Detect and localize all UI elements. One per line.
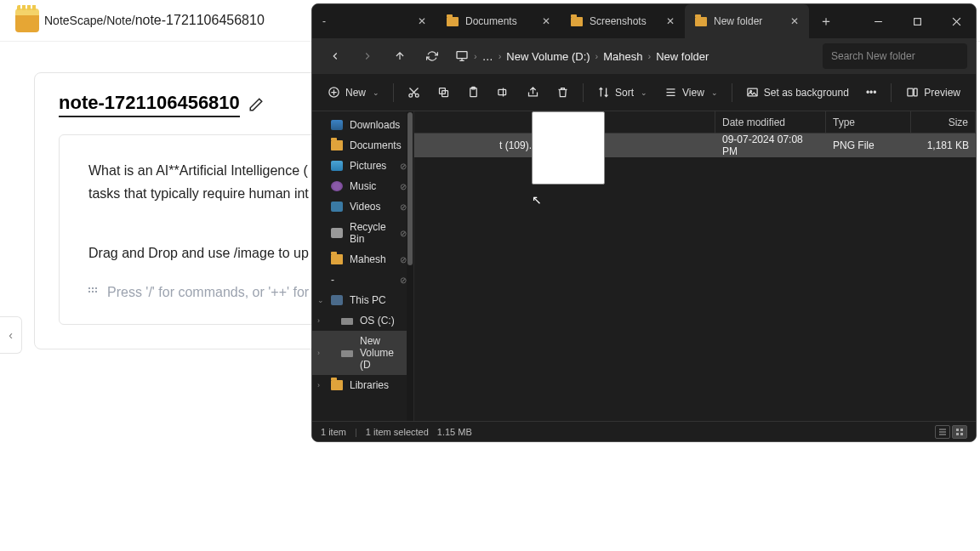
back-button[interactable] bbox=[321, 43, 350, 69]
sidebar-item-label: Pictures bbox=[350, 160, 386, 172]
pin-icon[interactable]: ⊘ bbox=[400, 276, 407, 285]
close-icon[interactable]: ✕ bbox=[666, 15, 675, 27]
folder-icon bbox=[571, 17, 583, 26]
cut-button[interactable] bbox=[401, 80, 427, 105]
svg-rect-32 bbox=[956, 433, 959, 435]
sidebar-item-documents[interactable]: Documents⊘ bbox=[312, 135, 413, 156]
sort-label: Sort bbox=[615, 87, 634, 99]
crumb-user[interactable]: Mahesh bbox=[603, 50, 642, 63]
close-icon[interactable]: ✕ bbox=[542, 15, 550, 27]
file-explorer-window: - ✕ Documents ✕ Screenshots ✕ New folder… bbox=[311, 3, 977, 442]
sidebar-item-label: Recycle Bin bbox=[350, 221, 393, 245]
sidebar-item-label: Libraries bbox=[350, 379, 389, 391]
breadcrumb[interactable]: NoteScape/Note/note-1721106456810 bbox=[44, 13, 265, 28]
status-selected: 1 item selected bbox=[366, 427, 429, 437]
plus-circle-icon bbox=[328, 86, 340, 99]
vid-icon bbox=[331, 202, 343, 212]
chevron-down-icon: ⌄ bbox=[711, 88, 718, 97]
view-label: View bbox=[682, 87, 704, 99]
delete-button[interactable] bbox=[550, 80, 576, 105]
rename-button[interactable] bbox=[490, 80, 516, 105]
sidebar-item-new-volume-d[interactable]: ›New Volume (D bbox=[312, 331, 413, 375]
expander-icon[interactable]: › bbox=[317, 349, 320, 357]
pin-icon[interactable]: ⊘ bbox=[400, 229, 407, 238]
copy-button[interactable] bbox=[430, 80, 457, 105]
sidebar-item-mahesh[interactable]: Mahesh⊘ bbox=[312, 249, 413, 270]
up-button[interactable] bbox=[385, 43, 414, 69]
refresh-button[interactable] bbox=[418, 43, 447, 69]
sidebar-item-this-pc[interactable]: ⌄This PC bbox=[312, 290, 413, 310]
explorer-navbar: › … › New Volume (D:) › Mahesh › New fol… bbox=[312, 38, 976, 74]
expander-icon[interactable]: › bbox=[317, 381, 320, 389]
svg-rect-30 bbox=[956, 429, 959, 431]
sidebar-item-os-c-[interactable]: ›OS (C:) bbox=[312, 310, 413, 331]
share-button[interactable] bbox=[520, 80, 546, 105]
forward-button[interactable] bbox=[353, 43, 382, 69]
view-details-button[interactable] bbox=[935, 425, 950, 439]
view-icon bbox=[664, 86, 677, 99]
edit-icon[interactable] bbox=[248, 97, 264, 112]
new-button[interactable]: New ⌄ bbox=[321, 80, 386, 105]
drv-icon bbox=[341, 318, 353, 325]
pic-icon bbox=[331, 161, 343, 171]
tab-screenshots[interactable]: Screenshots ✕ bbox=[561, 4, 685, 38]
tab-unnamed[interactable]: - ✕ bbox=[312, 4, 436, 38]
expander-icon[interactable]: ⌄ bbox=[317, 296, 324, 304]
address-bar[interactable]: › … › New Volume (D:) › Mahesh › New fol… bbox=[455, 49, 709, 63]
sort-icon bbox=[597, 86, 610, 99]
tab-documents[interactable]: Documents ✕ bbox=[436, 4, 561, 38]
folder-icon bbox=[331, 254, 343, 264]
sidebar-expand-button[interactable]: ‹ bbox=[0, 316, 22, 354]
sidebar-item-recycle-bin[interactable]: Recycle Bin⊘ bbox=[312, 217, 413, 249]
more-button[interactable]: ••• bbox=[859, 80, 884, 105]
note-title[interactable]: note-1721106456810 bbox=[59, 92, 240, 117]
close-window-button[interactable] bbox=[937, 4, 976, 38]
sidebar-item-music[interactable]: Music⊘ bbox=[312, 176, 413, 196]
new-tab-button[interactable]: ＋ bbox=[809, 4, 843, 38]
file-row[interactable]: t (109).png 09-07-2024 07:08 PM PNG File… bbox=[414, 133, 976, 157]
sidebar-item-downloads[interactable]: Downloads⊘ bbox=[312, 115, 413, 135]
sidebar-item-libraries[interactable]: ›Libraries bbox=[312, 375, 413, 395]
chevron-right-icon: › bbox=[474, 51, 477, 61]
sidebar-item-pictures[interactable]: Pictures⊘ bbox=[312, 156, 413, 176]
file-size: 1,181 KB bbox=[911, 139, 976, 151]
explorer-content[interactable]: Date modified Type Size t (109).png 09-0… bbox=[414, 111, 976, 421]
view-icons-button[interactable] bbox=[952, 425, 967, 439]
close-icon[interactable]: ✕ bbox=[790, 15, 799, 27]
set-background-button[interactable]: Set as background bbox=[739, 80, 856, 105]
sidebar-item--[interactable]: -⊘ bbox=[312, 270, 413, 290]
pin-icon[interactable]: ⊘ bbox=[400, 162, 407, 171]
drag-handle-icon[interactable] bbox=[88, 287, 99, 298]
paste-button[interactable] bbox=[460, 80, 487, 105]
search-input[interactable]: Search New folder bbox=[823, 43, 967, 69]
svg-point-11 bbox=[415, 94, 419, 97]
sidebar-item-videos[interactable]: Videos⊘ bbox=[312, 196, 413, 217]
svg-rect-33 bbox=[960, 433, 963, 435]
minimize-button[interactable] bbox=[858, 4, 897, 38]
sidebar-item-label: Videos bbox=[350, 201, 380, 213]
tab-new-folder[interactable]: New folder ✕ bbox=[685, 4, 809, 38]
sort-button[interactable]: Sort ⌄ bbox=[590, 80, 654, 105]
sidebar-item-label: - bbox=[331, 274, 334, 286]
pin-icon[interactable]: ⊘ bbox=[400, 255, 407, 264]
sidebar-scrollbar[interactable] bbox=[407, 111, 413, 421]
pin-icon[interactable]: ⊘ bbox=[400, 182, 407, 191]
new-label: New bbox=[345, 87, 366, 99]
crumb-dots[interactable]: … bbox=[482, 50, 493, 63]
maximize-button[interactable] bbox=[897, 4, 937, 38]
view-button[interactable]: View ⌄ bbox=[658, 80, 725, 105]
sidebar-item-label: This PC bbox=[350, 294, 386, 306]
preview-button[interactable]: Preview bbox=[899, 80, 967, 105]
notescape-logo-icon bbox=[15, 9, 39, 32]
pin-icon[interactable]: ⊘ bbox=[400, 202, 407, 212]
close-icon[interactable]: ✕ bbox=[418, 15, 426, 27]
crumb-folder[interactable]: New folder bbox=[656, 50, 709, 63]
col-type[interactable]: Type bbox=[826, 111, 911, 133]
drv-icon bbox=[341, 350, 353, 357]
image-icon bbox=[746, 86, 759, 99]
expander-icon[interactable]: › bbox=[317, 316, 320, 325]
col-size[interactable]: Size bbox=[911, 111, 976, 133]
col-date[interactable]: Date modified bbox=[715, 111, 826, 133]
crumb-drive[interactable]: New Volume (D:) bbox=[506, 50, 590, 63]
tab-label: New folder bbox=[714, 15, 762, 27]
